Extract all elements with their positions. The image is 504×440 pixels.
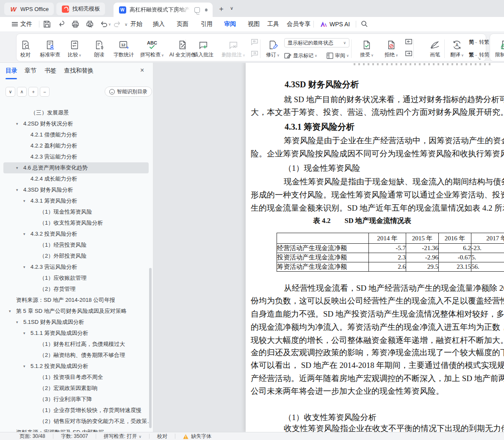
toc-caret-icon[interactable]: ▾ <box>16 118 18 129</box>
save-icon[interactable] <box>43 20 51 28</box>
output-icon[interactable] <box>57 20 65 28</box>
toc-caret-icon[interactable]: ▾ <box>16 317 18 328</box>
next-change-icon[interactable] <box>404 50 413 58</box>
toc-item[interactable]: （1）财务杠杆过高，负债规模过大 <box>3 339 149 350</box>
toc-item[interactable]: 4.2.2 盈利能力分析 <box>3 140 149 151</box>
sidebar-scrollbar-thumb[interactable] <box>149 268 152 428</box>
toc-caret-icon[interactable]: ▾ <box>16 184 18 195</box>
menu-item-page[interactable]: 页面 <box>177 17 188 31</box>
sidebar-tab-toc[interactable]: 目录 <box>6 67 17 75</box>
menu-item-reference[interactable]: 引用 <box>201 17 213 31</box>
toc-item[interactable]: （1）应收账款管理 <box>3 273 149 284</box>
toc-item[interactable]: （2）外部投资风险 <box>3 251 149 262</box>
toc-item[interactable]: ▾5.1.2 投资风险成因分析 <box>3 361 149 372</box>
smart-toc-button[interactable]: 智能识别目录 <box>105 86 152 97</box>
toc-item[interactable]: 4.2.1 偿债能力分析 <box>3 129 149 140</box>
standard-review-button[interactable]: 标准审查 <box>38 37 62 60</box>
toc-item[interactable]: ▾4.2SD 财务状况分析 <box>3 118 149 129</box>
previous-change-icon[interactable] <box>404 38 413 46</box>
markup-state-dropdown[interactable]: 显示标记的最终状态∨ <box>284 38 349 47</box>
sidebar-tab-find-replace[interactable]: 查找和替换 <box>64 67 94 75</box>
spell-check-button[interactable]: ABC 拼写检查∨ <box>138 37 166 60</box>
group-expand-icon[interactable]: ↘ <box>477 56 481 61</box>
redo-icon[interactable] <box>114 20 122 28</box>
to-traditional-button[interactable]: 简→ 转繁 <box>469 37 489 47</box>
proofread-button[interactable]: 校对 <box>16 37 35 60</box>
translate-button[interactable]: A 翻译∨ <box>448 37 466 60</box>
document-page[interactable]: 4.3SD 财务风险分析就 SD 地产目前的财务状况来看，通过对财务指标的趋势分… <box>246 63 504 432</box>
delete-comment-button[interactable]: 删除批注∨ <box>218 37 249 60</box>
toc-item[interactable]: （2）销售应对市场的变化能力不足，受政策… <box>3 416 149 427</box>
toc-item[interactable]: ▾4.3SD 财务风险分析 <box>3 184 149 195</box>
toc-caret-icon[interactable]: ▾ <box>23 195 25 206</box>
sidebar-tab-chapters[interactable]: 章节 <box>25 67 36 75</box>
insert-comment-button[interactable]: 插入批注 <box>190 37 216 60</box>
toc-item[interactable]: ▾第 5 章 SD 地产公司财务风险成因及应对策略 <box>3 306 149 317</box>
toc-item[interactable]: （1）经营投资风险 <box>3 239 149 251</box>
toc-item[interactable]: ▾5.1SD 财务风险成因分析 <box>3 317 149 328</box>
toc-item[interactable]: 4.2.4 成长能力分析 <box>3 173 149 184</box>
next-comment-icon[interactable] <box>250 50 259 58</box>
toc-item[interactable]: （1）收支性筹资风险分析 <box>3 217 149 228</box>
review-pane-button[interactable]: 审阅∨ <box>327 51 349 60</box>
tab-wps-office[interactable]: W WPS Office <box>4 3 54 15</box>
toc-item[interactable]: 资料来源：SD 地产 2014-2018 公司年报 <box>3 295 149 306</box>
pen-button[interactable]: 画笔 <box>424 37 446 60</box>
toc-item[interactable]: （1）企业存货增长较快，存货周转速度慢 <box>3 405 149 416</box>
sidebar-tab-bookmarks[interactable]: 书签 <box>44 67 56 75</box>
menu-item-review[interactable]: 审阅 <box>224 17 236 31</box>
toc-item[interactable]: （2）融资结构、债务期限不够合理 <box>3 350 149 361</box>
toc-item[interactable]: （1）投资项目考虑不周全 <box>3 372 149 383</box>
sidebar-close-icon[interactable]: × <box>140 67 144 74</box>
show-markup-button[interactable]: 显示标记∨ <box>284 51 317 60</box>
print-preview-icon[interactable] <box>86 20 94 28</box>
toc-item[interactable]: ▾4.2.3 营运风险分析 <box>3 262 149 273</box>
missing-font-indicator[interactable]: 缺失字体 <box>191 433 211 440</box>
proofread-status[interactable]: 校对 <box>157 433 167 440</box>
tab-template-store[interactable]: 找稻壳模板 <box>56 3 105 15</box>
toc-zoom-out-button[interactable]: − <box>40 87 50 97</box>
search-icon[interactable] <box>361 20 369 28</box>
toc-item[interactable]: 资料来源：宏观数据及 SD 内部数据 <box>3 427 149 432</box>
accept-button[interactable]: 接受∨ <box>355 37 378 60</box>
tab-document[interactable]: W 高杠杆融资模式下房地产企业 <box>114 3 213 17</box>
toc-caret-icon[interactable]: ▾ <box>23 228 25 239</box>
menu-item-view[interactable]: 视图 <box>248 17 260 31</box>
read-aloud-button[interactable]: 朗读 <box>89 37 109 60</box>
toc-item[interactable]: ▾4.3.1 筹资风险分析 <box>3 195 149 206</box>
word-count-indicator[interactable]: 字数: 35007 <box>61 433 88 440</box>
toc-caret-icon[interactable]: ▾ <box>23 328 25 339</box>
comment-bubble-icon[interactable] <box>194 7 200 13</box>
toc-item[interactable]: ▾5.1.1 筹资风险成因分析 <box>3 328 149 339</box>
undo-dropdown-chevron[interactable]: ∨ <box>108 17 111 31</box>
menu-item-membership[interactable]: 会员专享 <box>287 17 310 31</box>
toc-item[interactable]: （2）存货管理 <box>3 284 149 295</box>
toc-expand-button[interactable]: ∧ <box>17 87 27 97</box>
restrict-edit-button[interactable]: 限制编辑 <box>493 37 504 60</box>
toc-caret-icon[interactable]: ▾ <box>16 162 18 173</box>
toc-zoom-in-button[interactable]: ＋ <box>28 87 38 97</box>
compare-button[interactable]: 比较∨ <box>64 37 85 60</box>
track-changes-button[interactable]: 修订∨ <box>263 37 282 60</box>
toc-item[interactable]: （3）行业利润率下降 <box>3 394 149 405</box>
toc-caret-icon[interactable]: ▾ <box>23 262 25 273</box>
menu-item-home[interactable]: 开始 <box>130 17 142 31</box>
toc-item[interactable]: （三）发展愿景 <box>3 107 149 118</box>
toc-caret-icon[interactable]: ▾ <box>9 306 11 317</box>
word-count-button[interactable]: 12+ 字数统计 <box>111 37 136 60</box>
new-tab-button[interactable]: ＋ <box>218 4 225 14</box>
toc-collapse-button[interactable]: ∨ <box>6 87 15 97</box>
print-icon[interactable] <box>72 20 80 28</box>
toolbar-more-chevron[interactable]: ∨ <box>125 17 127 31</box>
wps-ai-button[interactable]: WPS AI <box>320 17 350 31</box>
tab-list-chevron[interactable]: ∨ <box>230 6 233 11</box>
spell-check-indicator[interactable]: 拼写检查: 打开∨ <box>104 433 141 440</box>
menu-item-insert[interactable]: 插入 <box>153 17 165 31</box>
previous-comment-icon[interactable] <box>250 38 259 46</box>
toc-item[interactable]: ▾4.3.2 投资风险分析 <box>3 228 149 239</box>
menu-item-tools[interactable]: 工具 <box>267 17 279 31</box>
file-menu[interactable]: 文件 <box>12 17 32 31</box>
reject-button[interactable]: 拒绝∨ <box>380 37 403 60</box>
toc-item[interactable]: （2）宏观政策因素影响 <box>3 383 149 394</box>
toc-item[interactable]: 4.2.3 营运能力分析 <box>3 151 149 162</box>
